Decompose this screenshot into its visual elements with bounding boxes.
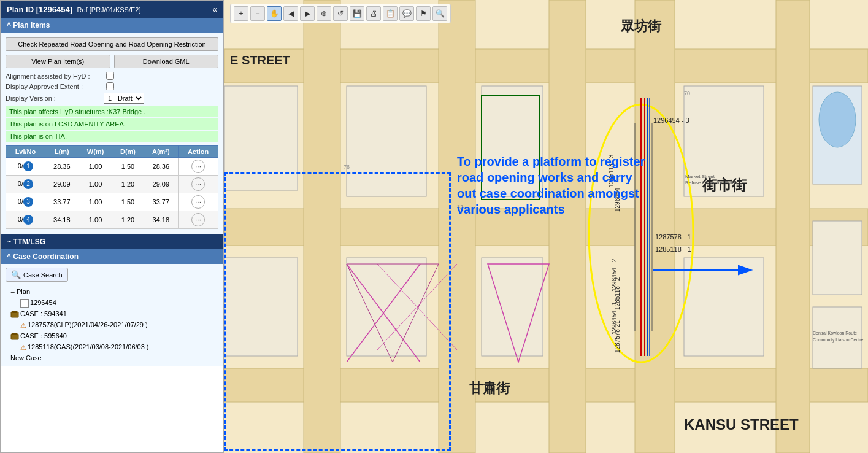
alignment-field: Alignment assisted by HyD : xyxy=(6,72,218,80)
case-coordination-header[interactable]: ^ Case Coordination xyxy=(1,249,223,264)
info-line-2: This plan is on LCSD AMENITY AREA. xyxy=(6,118,218,130)
cell-action: ··· xyxy=(179,176,218,193)
cell-w: 1.00 xyxy=(79,211,112,229)
alignment-checkbox[interactable] xyxy=(106,72,114,80)
save-button[interactable]: 💾 xyxy=(350,6,364,21)
display-approved-checkbox[interactable] xyxy=(106,82,114,90)
col-action: Action xyxy=(179,146,218,158)
back-button[interactable]: ◀ xyxy=(283,6,298,21)
info-line-3: This plan is on TIA. xyxy=(6,131,218,142)
svg-rect-23 xyxy=(224,258,298,356)
plan-ref: Ref [PRJ/01/KSS/E2] xyxy=(77,6,141,14)
svg-text:70: 70 xyxy=(684,90,690,96)
svg-text:1287578 21: 1287578 21 xyxy=(614,320,621,353)
case-search-button[interactable]: 🔍 Case Search xyxy=(6,268,68,282)
svg-text:82: 82 xyxy=(457,204,463,210)
panel-header: Plan ID [1296454] Ref [PRJ/01/KSS/E2] « xyxy=(1,1,223,18)
svg-rect-3 xyxy=(12,333,17,335)
tree-item: CASE : 595640 xyxy=(6,331,218,342)
refresh-button[interactable]: ↺ xyxy=(333,6,348,21)
cell-d: 1.20 xyxy=(112,211,144,229)
cell-lvlno: 0/1 xyxy=(6,158,45,176)
tree-item: CASE : 594341 xyxy=(6,309,218,320)
svg-text:E STREET: E STREET xyxy=(230,53,290,67)
display-version-select[interactable]: 1 - Draft xyxy=(104,93,144,104)
zoom-out-button[interactable]: − xyxy=(250,6,265,21)
svg-text:Central Kowloon Route: Central Kowloon Route xyxy=(813,331,857,335)
print-button[interactable]: 🖨 xyxy=(366,6,381,21)
plan-id: Plan ID [1296454] xyxy=(7,5,72,14)
row-action-button-2[interactable]: ··· xyxy=(191,177,205,191)
download-gml-button[interactable]: Download GML xyxy=(114,55,219,68)
tree-text: New Case xyxy=(10,354,42,362)
comment-button[interactable]: 💬 xyxy=(399,6,414,21)
table-row: 0/4 34.18 1.00 1.20 34.18 ··· xyxy=(6,211,218,229)
cell-a: 33.77 xyxy=(144,193,179,211)
collapse-panel-button[interactable]: « xyxy=(212,4,217,14)
cell-a: 34.18 xyxy=(144,211,179,229)
col-lvlno: Lvl/No xyxy=(6,146,45,158)
tree-item: ⚠1285118(GAS)(2021/03/08-2021/06/03 ) xyxy=(6,342,218,353)
svg-text:1296454 - 3: 1296454 - 3 xyxy=(653,117,689,124)
svg-text:KANSU STREET: KANSU STREET xyxy=(684,416,799,433)
case-search-label: Case Search xyxy=(23,271,63,279)
svg-text:Community Liaison Centre: Community Liaison Centre xyxy=(813,338,864,343)
tree-text: CASE : 594341 xyxy=(20,310,67,317)
svg-rect-22 xyxy=(224,86,298,190)
row-action-button-1[interactable]: ··· xyxy=(191,160,205,173)
pan-button[interactable]: ✋ xyxy=(267,6,282,21)
cell-w: 1.00 xyxy=(79,193,112,211)
plan-items-table: Lvl/No L(m) W(m) D(m) A(m²) Action 0/1 2… xyxy=(6,145,218,229)
tree-text: Plan xyxy=(17,288,30,295)
case-tree: −Plan1296454CASE : 594341⚠1287578(CLP)(2… xyxy=(6,287,218,363)
col-a: A(m²) xyxy=(144,146,179,158)
forward-button[interactable]: ▶ xyxy=(300,6,315,21)
search-map-button[interactable]: 🔍 xyxy=(432,6,447,21)
tree-text: CASE : 595640 xyxy=(20,332,67,339)
map-area[interactable]: + − ✋ ◀ ▶ ⊕ ↺ 💾 🖨 📋 💬 ⚑ 🔍 xyxy=(224,0,868,453)
alignment-label: Alignment assisted by HyD : xyxy=(6,72,104,80)
cell-l: 29.09 xyxy=(45,176,79,193)
svg-text:Refuse Collection Point: Refuse Collection Point xyxy=(685,180,737,185)
svg-text:甘肅街: 甘肅街 xyxy=(469,381,510,396)
plan-items-section-header[interactable]: ^ Plan Items xyxy=(1,18,223,33)
map-toolbar: + − ✋ ◀ ▶ ⊕ ↺ 💾 🖨 📋 💬 ⚑ 🔍 xyxy=(230,4,451,23)
row-action-button-3[interactable]: ··· xyxy=(191,195,205,209)
svg-text:1285118 - 1: 1285118 - 1 xyxy=(655,246,691,253)
col-d: D(m) xyxy=(112,146,144,158)
flag-button[interactable]: ⚑ xyxy=(416,6,431,21)
check-road-opening-button[interactable]: Check Repeated Road Opening and Road Ope… xyxy=(6,37,218,51)
svg-rect-8 xyxy=(304,0,340,453)
cell-l: 34.18 xyxy=(45,211,79,229)
display-approved-label: Display Approved Extent : xyxy=(6,83,104,90)
row-action-button-4[interactable]: ··· xyxy=(191,213,205,226)
zoom-in-button[interactable]: + xyxy=(234,6,248,21)
svg-rect-14 xyxy=(482,86,543,196)
ttm-lsg-section[interactable]: ~ TTM/LSG xyxy=(1,234,223,249)
view-plan-items-button[interactable]: View Plan Item(s) xyxy=(6,55,110,68)
svg-rect-18 xyxy=(684,258,764,356)
cell-a: 28.36 xyxy=(144,158,179,176)
plan-items-content: Check Repeated Road Opening and Road Ope… xyxy=(1,33,223,234)
ttm-lsg-label: ~ TTM/LSG xyxy=(7,238,45,246)
select-button[interactable]: ⊕ xyxy=(317,6,331,21)
cell-action: ··· xyxy=(179,158,218,176)
cell-w: 1.00 xyxy=(79,176,112,193)
copy-button[interactable]: 📋 xyxy=(383,6,398,21)
cell-d: 1.20 xyxy=(112,176,144,193)
map-svg: 1296454 - 3 1285118 - 3 1296454 - 4 1287… xyxy=(224,0,868,453)
svg-rect-13 xyxy=(347,86,426,196)
svg-rect-12 xyxy=(776,0,810,453)
left-panel: Plan ID [1296454] Ref [PRJ/01/KSS/E2] « … xyxy=(0,0,224,453)
tree-item: ⚠1287578(CLP)(2021/04/26-2021/07/29 ) xyxy=(6,320,218,331)
table-row: 0/3 33.77 1.00 1.50 33.77 ··· xyxy=(6,193,218,211)
cell-lvlno: 0/2 xyxy=(6,176,45,193)
tree-text: 1296454 xyxy=(30,299,56,306)
case-coordination-content: 🔍 Case Search −Plan1296454CASE : 594341⚠… xyxy=(1,264,223,366)
cell-a: 29.09 xyxy=(144,176,179,193)
col-l: L(m) xyxy=(45,146,79,158)
cell-action: ··· xyxy=(179,193,218,211)
svg-point-24 xyxy=(819,92,856,147)
tree-text: 1285118(GAS)(2021/03/08-2021/06/03 ) xyxy=(28,343,149,350)
svg-rect-1 xyxy=(12,311,17,313)
